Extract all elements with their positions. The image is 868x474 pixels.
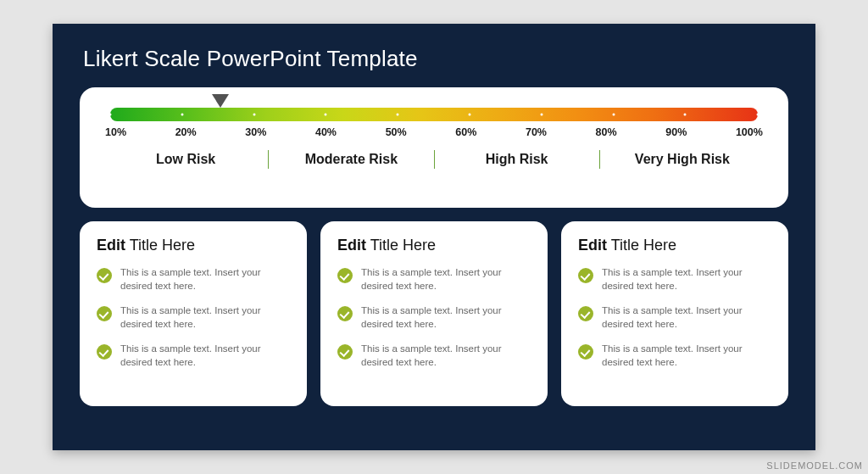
slide-title: Likert Scale PowerPoint Template (53, 24, 815, 72)
bullet-item: This is a sample text. Insert your desir… (337, 304, 531, 331)
tick-mark (325, 114, 327, 116)
card-title-bold: Edit (97, 237, 125, 254)
check-icon (97, 344, 112, 360)
check-icon (337, 344, 353, 360)
tick-mark (757, 114, 760, 116)
card-title-rest: Title Here (125, 237, 195, 254)
bullet-text: This is a sample text. Insert your desir… (120, 343, 290, 369)
check-icon (337, 306, 353, 321)
tick-mark (181, 114, 183, 116)
bullet-item: This is a sample text. Insert your desir… (578, 343, 771, 369)
check-icon (578, 344, 593, 360)
percent-label: 40% (315, 126, 337, 138)
bullet-text: This is a sample text. Insert your desir… (602, 266, 771, 293)
bullet-text: This is a sample text. Insert your desir… (361, 266, 531, 293)
bullet-item: This is a sample text. Insert your desir… (337, 343, 531, 369)
svg-marker-0 (212, 94, 229, 108)
bullet-item: This is a sample text. Insert your desir… (97, 343, 290, 369)
card-title-rest: Title Here (366, 237, 436, 254)
bullet-text: This is a sample text. Insert your desir… (602, 304, 771, 331)
bullet-text: This is a sample text. Insert your desir… (120, 304, 290, 331)
content-card: Edit Title Here This is a sample text. I… (320, 221, 548, 406)
tick-mark (684, 114, 687, 116)
tick-mark (612, 114, 615, 116)
bullet-item: This is a sample text. Insert your desir… (97, 304, 290, 331)
bullet-text: This is a sample text. Insert your desir… (602, 343, 771, 369)
bullet-text: This is a sample text. Insert your desir… (361, 304, 531, 331)
risk-gradient-bar (110, 108, 758, 121)
bullet-item: This is a sample text. Insert your desir… (337, 266, 531, 293)
content-card: Edit Title Here This is a sample text. I… (80, 221, 307, 406)
risk-category-row: Low Risk Moderate Risk High Risk Very Hi… (103, 150, 765, 169)
tick-mark (109, 114, 112, 116)
percent-label: 90% (665, 126, 687, 138)
percent-label: 30% (245, 126, 266, 138)
bullet-text: This is a sample text. Insert your desir… (120, 266, 290, 293)
risk-category: High Risk (435, 150, 600, 169)
bullet-item: This is a sample text. Insert your desir… (578, 304, 771, 331)
percent-label: 60% (455, 126, 476, 138)
tick-mark (469, 114, 471, 116)
percent-labels: 10% 20% 30% 40% 50% 60% 70% 80% 90% 100% (105, 126, 763, 138)
gauge-panel: 10% 20% 30% 40% 50% 60% 70% 80% 90% 100%… (80, 87, 788, 208)
percent-label: 70% (526, 126, 547, 138)
percent-label: 20% (175, 126, 197, 138)
card-title: Edit Title Here (97, 237, 290, 254)
card-title: Edit Title Here (578, 237, 771, 254)
percent-label: 10% (105, 126, 126, 138)
watermark: SLIDEMODEL.COM (766, 460, 863, 471)
check-icon (578, 306, 593, 321)
tick-mark (540, 114, 542, 116)
content-card: Edit Title Here This is a sample text. I… (561, 221, 788, 406)
check-icon (97, 306, 112, 321)
percent-label: 100% (736, 126, 763, 138)
check-icon (578, 268, 593, 283)
gauge-marker-icon (210, 92, 231, 109)
risk-category: Very High Risk (600, 150, 765, 169)
percent-label: 50% (386, 126, 407, 138)
bullet-item: This is a sample text. Insert your desir… (97, 266, 290, 293)
card-title: Edit Title Here (337, 237, 531, 254)
tick-mark (397, 114, 399, 116)
risk-category: Moderate Risk (269, 150, 434, 169)
bullet-item: This is a sample text. Insert your desir… (578, 266, 771, 293)
card-title-bold: Edit (337, 237, 366, 254)
bullet-text: This is a sample text. Insert your desir… (361, 343, 531, 369)
card-title-rest: Title Here (607, 237, 676, 254)
percent-label: 80% (596, 126, 617, 138)
tick-mark (253, 114, 255, 116)
cards-row: Edit Title Here This is a sample text. I… (80, 221, 788, 406)
card-title-bold: Edit (578, 237, 607, 254)
check-icon (97, 268, 112, 283)
risk-category: Low Risk (103, 150, 269, 169)
slide: Likert Scale PowerPoint Template 10% 20%… (53, 24, 815, 450)
check-icon (337, 268, 353, 283)
